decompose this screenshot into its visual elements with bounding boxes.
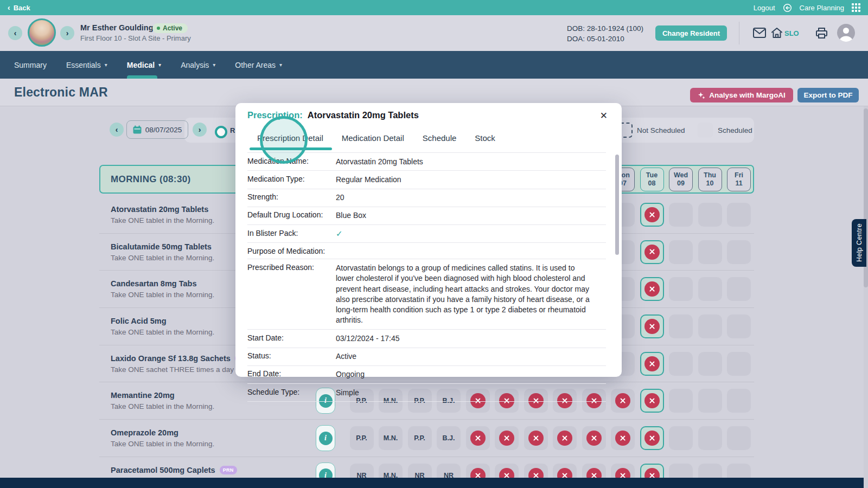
app-switcher-label[interactable]: Care Planning (800, 4, 844, 12)
apps-grid-icon[interactable] (852, 3, 860, 12)
not-administered-cell[interactable] (582, 464, 606, 478)
change-resident-button[interactable]: Change Resident (655, 25, 727, 41)
not-administered-cell[interactable] (582, 426, 606, 450)
day-chip-fri-11[interactable]: Fri11 (727, 168, 751, 191)
empty-cell[interactable] (727, 352, 751, 376)
tab-stock[interactable]: Stock (474, 128, 496, 150)
nav-item-essentials[interactable]: Essentials▾ (66, 51, 107, 79)
patient-header (0, 15, 868, 51)
empty-cell[interactable] (669, 277, 693, 301)
export-to-pdf-button[interactable]: Export to PDF (797, 88, 859, 102)
nav-item-analysis[interactable]: Analysis▾ (181, 51, 215, 79)
medication-name: Candesartan 8mg Tabs (111, 279, 196, 288)
date-picker-field[interactable]: 08/07/2025 (126, 120, 188, 139)
back-button[interactable]: ‹ Back (0, 4, 30, 12)
resident-avatar[interactable] (28, 18, 56, 47)
field-row: End Date:Ongoing (247, 366, 606, 384)
tab-schedule[interactable]: Schedule (422, 128, 458, 150)
info-button[interactable]: i (316, 425, 335, 451)
next-date-button[interactable]: › (193, 123, 207, 137)
empty-cell[interactable] (727, 389, 751, 413)
empty-cell[interactable] (727, 240, 751, 264)
prev-date-button[interactable]: ‹ (110, 123, 124, 137)
initials-cell[interactable]: P.P. (350, 426, 374, 450)
medication-filter-radio[interactable] (215, 126, 227, 138)
empty-cell[interactable] (669, 352, 693, 376)
empty-cell[interactable] (698, 389, 722, 413)
initials-cell[interactable]: NR (350, 464, 374, 478)
logout-button[interactable]: Logout (754, 4, 775, 12)
empty-cell[interactable] (698, 352, 722, 376)
empty-cell[interactable] (669, 203, 693, 227)
not-administered-cell[interactable] (524, 426, 548, 450)
not-administered-cell-current[interactable] (640, 389, 664, 413)
not-administered-cell-current[interactable] (640, 203, 664, 227)
initials-cell[interactable]: M.N. (379, 464, 403, 478)
back-label: Back (14, 4, 30, 12)
empty-cell[interactable] (669, 464, 693, 478)
nav-item-medical[interactable]: Medical▾ (127, 51, 161, 79)
not-administered-cell[interactable] (466, 426, 490, 450)
print-icon[interactable] (815, 27, 828, 39)
not-administered-cell[interactable] (466, 464, 490, 478)
slo-label[interactable]: SLO (784, 29, 799, 37)
not-administered-cell-current[interactable] (640, 426, 664, 450)
initials-cell[interactable]: B.J. (437, 426, 461, 450)
empty-cell[interactable] (727, 314, 751, 338)
empty-cell[interactable] (698, 314, 722, 338)
empty-cell[interactable] (698, 240, 722, 264)
empty-cell[interactable] (727, 426, 751, 450)
empty-cell[interactable] (669, 426, 693, 450)
not-administered-cell[interactable] (524, 464, 548, 478)
empty-cell[interactable] (698, 203, 722, 227)
user-menu-avatar[interactable] (837, 24, 855, 42)
prev-resident-button[interactable]: ‹ (8, 26, 22, 40)
not-administered-cell[interactable] (611, 426, 635, 450)
x-circle-icon (644, 431, 660, 446)
nav-item-other-areas[interactable]: Other Areas▾ (235, 51, 282, 79)
day-chip-thu-10[interactable]: Thu10 (698, 168, 722, 191)
not-administered-cell[interactable] (495, 464, 519, 478)
not-administered-cell[interactable] (611, 389, 635, 413)
field-row: Prescribed Reason:Atorvastatin belongs t… (247, 259, 606, 330)
initials-cell[interactable]: NR (408, 464, 432, 478)
not-administered-cell[interactable] (495, 426, 519, 450)
messages-icon[interactable] (753, 28, 766, 38)
empty-cell[interactable] (727, 203, 751, 227)
empty-cell[interactable] (727, 464, 751, 478)
close-icon[interactable]: ✕ (598, 108, 610, 123)
not-administered-cell-current[interactable] (640, 314, 664, 338)
not-administered-cell-current[interactable] (640, 277, 664, 301)
not-administered-cell-current[interactable] (640, 464, 664, 478)
x-circle-icon (586, 431, 602, 446)
info-button[interactable]: i (316, 463, 335, 478)
empty-cell[interactable] (669, 240, 693, 264)
next-resident-button[interactable]: › (60, 26, 74, 40)
not-administered-cell[interactable] (611, 464, 635, 478)
analyse-with-margoai-button[interactable]: Analyse with MargoAI (690, 88, 793, 102)
empty-cell[interactable] (698, 426, 722, 450)
not-administered-cell-current[interactable] (640, 352, 664, 376)
empty-cell[interactable] (698, 464, 722, 478)
initials-cell[interactable]: P.P. (408, 426, 432, 450)
not-administered-cell[interactable] (553, 426, 577, 450)
logout-icon[interactable] (783, 3, 792, 12)
home-icon[interactable] (771, 27, 783, 38)
day-chip-dow: Fri (735, 171, 743, 179)
nav-item-summary[interactable]: Summary (14, 51, 47, 79)
help-centre-tab[interactable]: Help Centre (852, 219, 866, 267)
not-administered-cell-current[interactable] (640, 240, 664, 264)
not-administered-cell[interactable] (553, 464, 577, 478)
tab-medication-detail[interactable]: Medication Detail (341, 128, 405, 150)
day-chip-wed-09[interactable]: Wed09 (669, 168, 693, 191)
empty-cell[interactable] (669, 314, 693, 338)
page-scrollbar[interactable] (864, 106, 868, 488)
empty-cell[interactable] (727, 277, 751, 301)
modal-scrollbar-thumb[interactable] (615, 155, 619, 255)
initials-cell[interactable]: M.N. (379, 426, 403, 450)
empty-cell[interactable] (698, 277, 722, 301)
day-chip-tue-08[interactable]: Tue08 (640, 168, 664, 191)
empty-cell[interactable] (669, 389, 693, 413)
med-name-line: Atorvastatin 20mg Tablets (111, 205, 208, 214)
initials-cell[interactable]: NR (437, 464, 461, 478)
